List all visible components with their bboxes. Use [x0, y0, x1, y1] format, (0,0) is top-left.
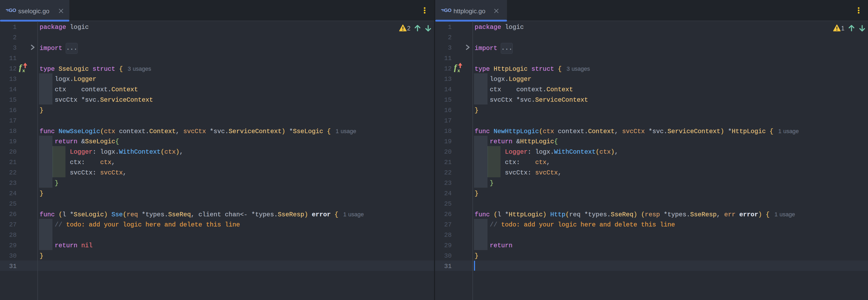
- svg-text:2: 2: [407, 25, 411, 32]
- svg-text:GO: GO: [444, 7, 452, 13]
- svg-text:f: f: [454, 63, 457, 72]
- svg-text:x: x: [458, 68, 460, 73]
- svg-text:GO: GO: [9, 7, 16, 13]
- svg-text:1: 1: [841, 25, 845, 32]
- svg-text:f: f: [19, 63, 22, 72]
- svg-text:x: x: [23, 68, 25, 73]
